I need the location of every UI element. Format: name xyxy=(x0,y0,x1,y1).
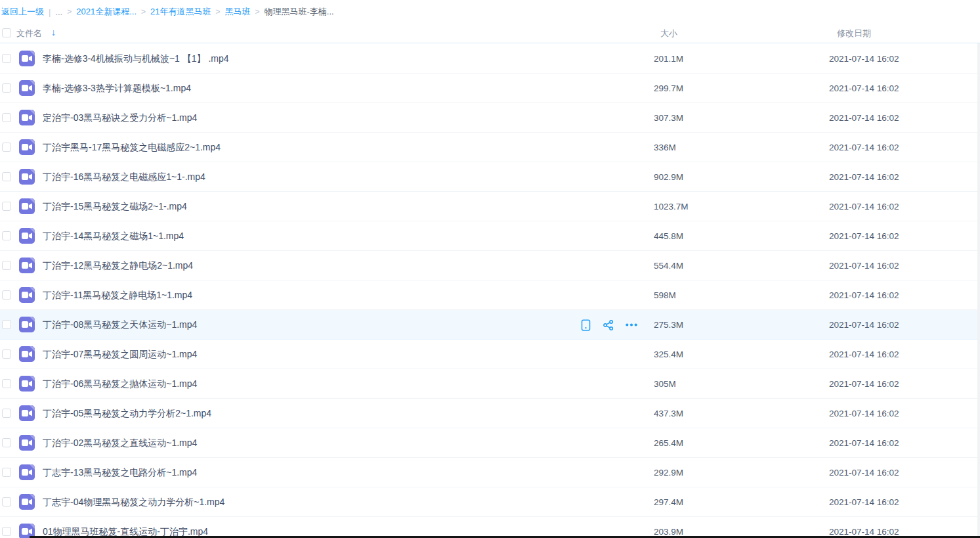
row-checkbox[interactable] xyxy=(2,527,11,536)
file-modified-date: 2021-07-14 16:02 xyxy=(829,280,899,310)
video-camera-glyph xyxy=(22,498,32,506)
breadcrumb-link-youdao-class[interactable]: 21年有道黑马班 xyxy=(150,6,211,18)
video-camera-glyph xyxy=(22,261,32,269)
table-row[interactable]: 丁治宇-08黑马秘笈之天体运动~1.mp4 xyxy=(0,310,980,340)
file-name[interactable]: 李楠-选修3-4机械振动与机械波~1 【1】 .mp4 xyxy=(43,44,229,74)
video-camera-glyph xyxy=(22,350,32,358)
file-modified-date: 2021-07-14 16:02 xyxy=(829,340,899,369)
table-row[interactable]: 丁治宇-16黑马秘笈之电磁感应1~1-.mp4 902.9M 2021-07-1… xyxy=(0,162,980,192)
video-camera-glyph xyxy=(22,202,32,210)
table-row[interactable]: 丁治宇-05黑马秘笈之动力学分析2~1.mp4 437.3M 2021-07-1… xyxy=(0,399,980,428)
file-name[interactable]: 丁治宇-11黑马秘笈之静电场1~1.mp4 xyxy=(43,280,192,310)
sort-descending-icon[interactable]: ↓ xyxy=(51,27,56,37)
row-checkbox[interactable] xyxy=(2,54,11,63)
row-actions xyxy=(579,310,638,340)
file-name[interactable]: 丁治宇-08黑马秘笈之天体运动~1.mp4 xyxy=(43,310,197,340)
file-name[interactable]: 丁治宇-16黑马秘笈之电磁感应1~1-.mp4 xyxy=(43,162,205,192)
row-checkbox[interactable] xyxy=(2,349,11,359)
file-size: 307.3M xyxy=(654,103,683,133)
video-camera-glyph xyxy=(22,114,32,122)
video-camera-glyph xyxy=(22,321,32,328)
video-file-icon xyxy=(19,405,35,421)
video-camera-glyph xyxy=(22,232,32,240)
breadcrumb-link-2021-course[interactable]: 2021全新课程... xyxy=(76,6,137,18)
row-checkbox[interactable] xyxy=(2,290,11,300)
file-name[interactable]: 丁治宇-05黑马秘笈之动力学分析2~1.mp4 xyxy=(43,399,211,428)
table-row[interactable]: 丁治宇-15黑马秘笈之磁场2~1-.mp4 1023.7M 2021-07-14… xyxy=(0,192,980,221)
table-row[interactable]: 丁治宇-11黑马秘笈之静电场1~1.mp4 598M 2021-07-14 16… xyxy=(0,280,980,310)
table-row[interactable]: 丁治宇黑马-17黑马秘笈之电磁感应2~1.mp4 336M 2021-07-14… xyxy=(0,133,980,162)
file-name[interactable]: 定治宇-03黑马秘诀之受力分析~1.mp4 xyxy=(43,103,197,133)
table-row[interactable]: 丁志宇-13黑马秘笈之电路分析~1.mp4 292.9M 2021-07-14 … xyxy=(0,458,980,487)
video-file-icon xyxy=(19,464,35,480)
file-size: 305M xyxy=(654,369,676,399)
file-modified-date: 2021-07-14 16:02 xyxy=(829,399,899,428)
video-camera-glyph xyxy=(22,409,32,417)
scrollbar[interactable] xyxy=(977,43,980,538)
row-checkbox[interactable] xyxy=(2,261,11,270)
table-row[interactable]: 李楠-选修3-4机械振动与机械波~1 【1】 .mp4 201.1M 2021-… xyxy=(0,44,980,74)
file-modified-date: 2021-07-14 16:02 xyxy=(829,133,899,162)
file-size: 902.9M xyxy=(654,162,683,192)
row-checkbox[interactable] xyxy=(2,231,11,240)
table-row[interactable]: 丁志宇-04物理黑马秘笈之动力学分析~1.mp4 297.4M 2021-07-… xyxy=(0,487,980,517)
select-all-checkbox[interactable] xyxy=(2,28,11,37)
column-header-size[interactable]: 大小 xyxy=(660,28,677,39)
table-row[interactable]: 丁治宇-06黑马秘笈之抛体运动~1.mp4 305M 2021-07-14 16… xyxy=(0,369,980,399)
row-checkbox[interactable] xyxy=(2,320,11,329)
file-name[interactable]: 丁治宇-12黑马秘笈之静电场2~1.mp4 xyxy=(43,251,193,280)
video-file-icon xyxy=(19,287,35,303)
file-name[interactable]: 李楠-选修3-3热学计算题模板~1.mp4 xyxy=(43,74,191,103)
file-name[interactable]: 01物理黑马班秘笈-直线运动-丁治宇.mp4 xyxy=(43,517,208,538)
video-camera-glyph xyxy=(22,439,32,447)
file-list: 李楠-选修3-4机械振动与机械波~1 【1】 .mp4 201.1M 2021-… xyxy=(0,44,980,538)
column-header-filename[interactable]: 文件名 xyxy=(16,28,42,39)
table-row[interactable]: 李楠-选修3-3热学计算题模板~1.mp4 299.7M 2021-07-14 … xyxy=(0,74,980,103)
file-name[interactable]: 丁志宇-13黑马秘笈之电路分析~1.mp4 xyxy=(43,458,197,487)
row-checkbox[interactable] xyxy=(2,497,11,506)
row-checkbox[interactable] xyxy=(2,202,11,211)
file-modified-date: 2021-07-14 16:02 xyxy=(829,458,899,487)
breadcrumb-separator: > xyxy=(141,7,146,16)
column-header-modified[interactable]: 修改日期 xyxy=(837,28,871,39)
row-checkbox[interactable] xyxy=(2,379,11,388)
file-size: 299.7M xyxy=(654,74,683,103)
row-checkbox[interactable] xyxy=(2,143,11,152)
table-row[interactable]: 丁治宇-14黑马秘笈之磁场1~1.mp4 445.8M 2021-07-14 1… xyxy=(0,221,980,251)
video-file-icon xyxy=(19,110,35,125)
file-size: 336M xyxy=(654,133,676,162)
table-row[interactable]: 丁治宇-12黑马秘笈之静电场2~1.mp4 554.4M 2021-07-14 … xyxy=(0,251,980,280)
table-row[interactable]: 01物理黑马班秘笈-直线运动-丁治宇.mp4 203.9M 2021-07-14… xyxy=(0,517,980,538)
table-row[interactable]: 丁治宇-02黑马秘笈之直线运动~1.mp4 265.4M 2021-07-14 … xyxy=(0,428,980,458)
more-actions-icon[interactable] xyxy=(625,319,638,332)
send-to-phone-icon[interactable] xyxy=(579,319,592,332)
file-name[interactable]: 丁治宇-02黑马秘笈之直线运动~1.mp4 xyxy=(43,428,197,458)
file-size: 1023.7M xyxy=(654,192,689,221)
file-modified-date: 2021-07-14 16:02 xyxy=(829,103,899,133)
file-name[interactable]: 丁治宇-07黑马秘笈之圆周运动~1.mp4 xyxy=(43,340,197,369)
file-name[interactable]: 丁治宇-06黑马秘笈之抛体运动~1.mp4 xyxy=(43,369,197,399)
row-checkbox[interactable] xyxy=(2,409,11,418)
table-row[interactable]: 定治宇-03黑马秘诀之受力分析~1.mp4 307.3M 2021-07-14 … xyxy=(0,103,980,133)
file-size: 275.3M xyxy=(654,310,683,340)
video-camera-glyph xyxy=(22,527,32,535)
row-checkbox[interactable] xyxy=(2,468,11,477)
video-file-icon xyxy=(19,228,35,244)
share-icon[interactable] xyxy=(602,319,615,332)
breadcrumb-link-heima-class[interactable]: 黑马班 xyxy=(225,6,251,18)
video-file-icon xyxy=(19,198,35,214)
file-name[interactable]: 丁治宇-15黑马秘笈之磁场2~1-.mp4 xyxy=(43,192,187,221)
breadcrumb-back-link[interactable]: 返回上一级 xyxy=(1,6,44,18)
file-modified-date: 2021-07-14 16:02 xyxy=(829,221,899,251)
file-name[interactable]: 丁志宇-04物理黑马秘笈之动力学分析~1.mp4 xyxy=(43,487,224,517)
table-row[interactable]: 丁治宇-07黑马秘笈之圆周运动~1.mp4 325.4M 2021-07-14 … xyxy=(0,340,980,369)
row-checkbox[interactable] xyxy=(2,113,11,122)
row-checkbox[interactable] xyxy=(2,172,11,181)
file-name[interactable]: 丁治宇黑马-17黑马秘笈之电磁感应2~1.mp4 xyxy=(43,133,221,162)
file-modified-date: 2021-07-14 16:02 xyxy=(829,192,899,221)
row-checkbox[interactable] xyxy=(2,438,11,447)
file-name[interactable]: 丁治宇-14黑马秘笈之磁场1~1.mp4 xyxy=(43,221,184,251)
breadcrumb-separator: > xyxy=(255,7,260,16)
row-checkbox[interactable] xyxy=(2,83,11,93)
file-size: 437.3M xyxy=(654,399,683,428)
